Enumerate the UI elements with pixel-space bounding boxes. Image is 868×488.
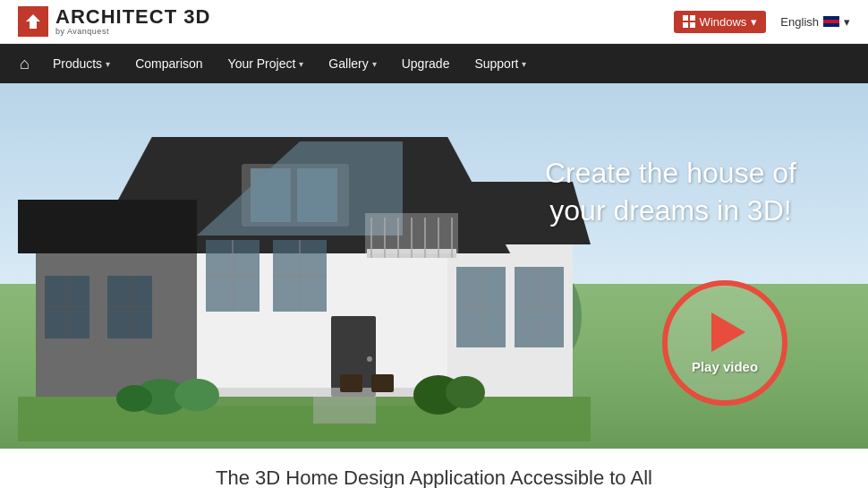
footer-tagline: The 3D Home Design Application Accessibl… bbox=[0, 449, 868, 488]
nav-comparison-label: Comparison bbox=[135, 56, 202, 71]
home-icon: ⌂ bbox=[20, 55, 30, 73]
tagline-text: The 3D Home Design Application Accessibl… bbox=[216, 467, 652, 488]
logo-text: ARCHITECT 3D by Avanquest bbox=[55, 7, 210, 36]
navigation-bar: ⌂ Products ▾ Comparison Your Project ▾ G… bbox=[0, 44, 868, 83]
play-video-label: Play video bbox=[692, 359, 758, 374]
nav-your-project[interactable]: Your Project ▾ bbox=[216, 44, 317, 83]
play-triangle-icon bbox=[711, 312, 745, 352]
svg-point-44 bbox=[367, 356, 372, 362]
language-label: English bbox=[780, 15, 819, 29]
svg-rect-52 bbox=[340, 374, 362, 392]
flag-icon bbox=[823, 16, 839, 27]
nav-support-label: Support bbox=[474, 56, 518, 71]
logo-subtitle: by Avanquest bbox=[55, 27, 210, 36]
svg-point-51 bbox=[446, 376, 485, 408]
nav-upgrade-label: Upgrade bbox=[402, 56, 450, 71]
nav-comparison[interactable]: Comparison bbox=[123, 44, 215, 83]
svg-point-48 bbox=[174, 379, 219, 411]
products-chevron: ▾ bbox=[106, 59, 110, 69]
nav-your-project-label: Your Project bbox=[228, 56, 296, 71]
nav-products[interactable]: Products ▾ bbox=[40, 44, 123, 83]
svg-rect-54 bbox=[313, 397, 376, 424]
nav-support[interactable]: Support ▾ bbox=[462, 44, 539, 83]
logo-icon bbox=[18, 6, 48, 37]
house-illustration bbox=[18, 110, 591, 441]
language-selector[interactable]: English ▾ bbox=[780, 15, 850, 29]
windows-chevron: ▾ bbox=[751, 15, 757, 29]
windows-button[interactable]: Windows ▾ bbox=[674, 11, 767, 33]
logo-area: ARCHITECT 3D by Avanquest bbox=[18, 6, 210, 37]
nav-upgrade[interactable]: Upgrade bbox=[389, 44, 463, 83]
nav-gallery-label: Gallery bbox=[328, 56, 368, 71]
nav-products-label: Products bbox=[53, 56, 102, 71]
hero-line2: your dreams in 3D! bbox=[545, 193, 796, 230]
nav-home[interactable]: ⌂ bbox=[9, 44, 40, 83]
hero-headline: Create the house of your dreams in 3D! bbox=[545, 155, 796, 229]
windows-label: Windows bbox=[700, 15, 747, 29]
windows-icon bbox=[683, 15, 695, 28]
hero-text: Create the house of your dreams in 3D! bbox=[545, 155, 796, 229]
logo-title: ARCHITECT 3D bbox=[55, 7, 210, 27]
top-right-controls: Windows ▾ English ▾ bbox=[674, 11, 850, 33]
support-chevron: ▾ bbox=[522, 59, 526, 69]
svg-marker-13 bbox=[18, 200, 197, 253]
nav-gallery[interactable]: Gallery ▾ bbox=[316, 44, 388, 83]
hero-line1: Create the house of bbox=[545, 155, 796, 193]
svg-rect-46 bbox=[18, 397, 591, 441]
svg-point-49 bbox=[116, 385, 152, 412]
gallery-chevron: ▾ bbox=[372, 59, 377, 69]
language-chevron: ▾ bbox=[844, 15, 850, 29]
svg-marker-0 bbox=[26, 14, 40, 29]
hero-section: Create the house of your dreams in 3D! P… bbox=[0, 83, 868, 449]
play-video-button[interactable]: Play video bbox=[662, 280, 787, 406]
your-project-chevron: ▾ bbox=[299, 59, 303, 69]
top-bar: ARCHITECT 3D by Avanquest Windows ▾ Engl… bbox=[0, 0, 868, 44]
svg-rect-53 bbox=[371, 374, 394, 392]
